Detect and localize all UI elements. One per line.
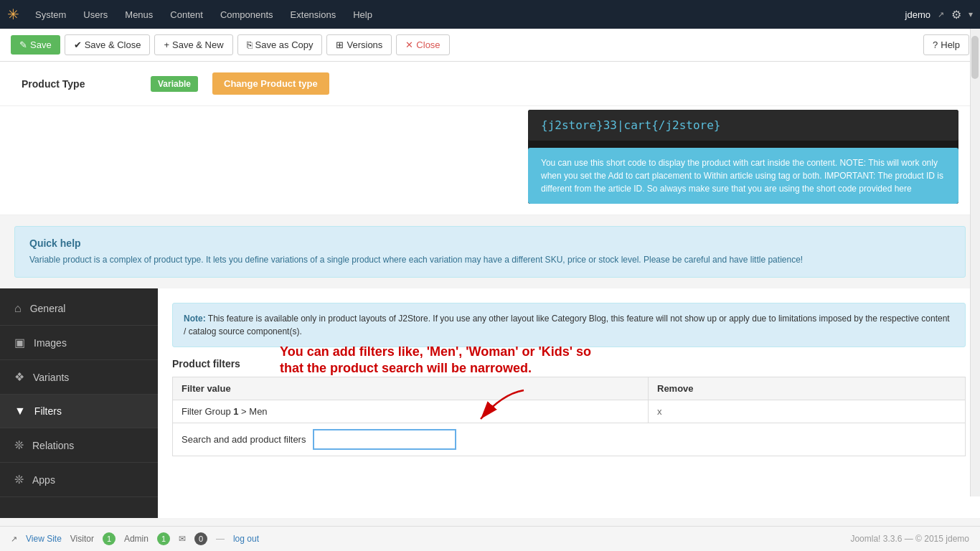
nav-menus[interactable]: Menus xyxy=(118,5,160,24)
versions-label: Versions xyxy=(347,39,382,50)
sidebar-label-relations: Relations xyxy=(32,440,74,451)
content-area: Product Type Variable Change Product typ… xyxy=(0,62,980,518)
annotation-arrow xyxy=(473,387,531,432)
sidebar-label-images: Images xyxy=(34,337,67,349)
joomla-version: Joomla! 3.3.6 — © 2015 jdemo xyxy=(850,534,969,540)
footer-left: ↗ View Site Visitor 1 Admin 1 ✉ 0 — log … xyxy=(11,532,259,540)
save-new-button[interactable]: + Save & New xyxy=(154,34,232,55)
nav-users[interactable]: Users xyxy=(76,5,115,24)
sidebar-label-general: General xyxy=(30,303,66,314)
search-filter-row: Search and add product filters xyxy=(173,423,966,456)
quick-help-text: Variable product is a complex of product… xyxy=(29,253,951,266)
sidebar: ⌂ General ▣ Images ❖ Variants ▼ Filters … xyxy=(0,288,158,518)
settings-dropdown-icon[interactable]: ▾ xyxy=(969,9,973,19)
nav-components[interactable]: Components xyxy=(213,5,281,24)
save-copy-label: Save as Copy xyxy=(255,39,314,50)
plus-icon: + xyxy=(164,39,169,50)
versions-icon: ⊞ xyxy=(336,39,344,50)
relations-icon: ❊ xyxy=(14,438,24,452)
save-button[interactable]: ✎ Save xyxy=(11,35,60,55)
top-nav: ✳ System Users Menus Content Components … xyxy=(0,0,980,29)
search-filter-label: Search and add product filters xyxy=(182,434,306,445)
visitor-badge: 1 xyxy=(103,532,116,540)
sidebar-label-variants: Variants xyxy=(33,372,69,383)
versions-button[interactable]: ⊞ Versions xyxy=(326,34,392,55)
settings-icon[interactable]: ⚙ xyxy=(951,8,961,22)
close-icon: ✕ xyxy=(405,39,413,50)
change-product-type-button[interactable]: Change Product type xyxy=(212,72,329,95)
col-filter-value: Filter value xyxy=(173,377,649,400)
search-filter-cell: Search and add product filters xyxy=(173,423,966,456)
nav-right: jdemo ↗ ⚙ ▾ xyxy=(905,8,973,22)
copy-icon: ⎘ xyxy=(247,39,253,50)
note-text: This feature is available only in produc… xyxy=(184,314,950,336)
shortcode-display: {j2store}33|cart{/j2store} xyxy=(528,110,958,141)
mail-icon: ✉ xyxy=(179,534,186,540)
two-col-layout: ⌂ General ▣ Images ❖ Variants ▼ Filters … xyxy=(0,288,980,518)
user-name[interactable]: jdemo xyxy=(905,9,930,20)
save-copy-button[interactable]: ⎘ Save as Copy xyxy=(237,34,323,55)
variants-icon: ❖ xyxy=(14,370,24,384)
joomla-logo: ✳ xyxy=(7,6,19,23)
apps-icon: ❊ xyxy=(14,473,24,486)
sidebar-item-filters[interactable]: ▼ Filters xyxy=(0,395,158,428)
sidebar-item-relations[interactable]: ❊ Relations xyxy=(0,428,158,463)
nav-system[interactable]: System xyxy=(28,5,73,24)
shortcode-section: {j2store}33|cart{/j2store} You can use t… xyxy=(0,106,980,215)
filter-row: Filter Group 1 > Men x xyxy=(173,400,966,423)
sidebar-item-variants[interactable]: ❖ Variants xyxy=(0,360,158,395)
logout-link[interactable]: log out xyxy=(233,534,259,540)
remove-x-button[interactable]: x xyxy=(657,406,662,417)
save-new-label: Save & New xyxy=(172,39,224,50)
col-remove: Remove xyxy=(649,377,966,400)
variable-badge: Variable xyxy=(151,76,198,92)
product-type-badge: Variable xyxy=(151,78,198,89)
filters-table: Filter value Remove Filter Group 1 > Men xyxy=(172,377,966,456)
nav-extensions[interactable]: Extensions xyxy=(283,5,344,24)
visitor-label: Visitor xyxy=(70,534,94,540)
sidebar-item-apps[interactable]: ❊ Apps xyxy=(0,463,158,497)
help-icon: ? xyxy=(933,39,938,50)
scrollbar[interactable] xyxy=(970,29,980,496)
help-button[interactable]: ? Help xyxy=(923,34,969,55)
filters-note: Note: This feature is available only in … xyxy=(172,303,966,347)
close-button[interactable]: ✕ Close xyxy=(396,34,449,55)
save-close-label: Save & Close xyxy=(85,39,141,50)
quick-help-title: Quick help xyxy=(29,237,951,249)
filter-value-text: Filter Group 1 > Men xyxy=(182,406,268,417)
divider-line: — xyxy=(216,534,225,540)
save-label: Save xyxy=(30,39,52,50)
view-site-icon: ↗ xyxy=(11,534,17,540)
help-label: Help xyxy=(941,39,960,50)
footer: ↗ View Site Visitor 1 Admin 1 ✉ 0 — log … xyxy=(0,526,980,540)
save-icon: ✎ xyxy=(19,39,27,50)
external-link-icon: ↗ xyxy=(938,10,944,19)
scrollbar-thumb[interactable] xyxy=(971,36,979,79)
search-filter-input[interactable] xyxy=(313,429,456,450)
annotation-area: You can add filters like, 'Men', 'Woman'… xyxy=(172,358,966,456)
quick-help-section: Quick help Variable product is a complex… xyxy=(14,226,966,278)
filters-icon: ▼ xyxy=(14,405,26,418)
nav-help[interactable]: Help xyxy=(346,5,380,24)
product-type-row: Product Type Variable Change Product typ… xyxy=(0,62,980,106)
nav-left: ✳ System Users Menus Content Components … xyxy=(7,5,380,24)
save-close-button[interactable]: ✔ Save & Close xyxy=(65,34,151,55)
remove-cell: x xyxy=(649,400,966,423)
product-type-label: Product Type xyxy=(22,78,151,90)
home-icon: ⌂ xyxy=(14,302,22,315)
sidebar-item-general[interactable]: ⌂ General xyxy=(0,292,158,326)
check-icon: ✔ xyxy=(74,39,82,50)
toolbar: ✎ Save ✔ Save & Close + Save & New ⎘ Sav… xyxy=(0,29,980,62)
shortcode-info: You can use this short code to display t… xyxy=(528,148,958,204)
annotation-text: You can add filters like, 'Men', 'Woman'… xyxy=(280,344,603,377)
view-site-link[interactable]: View Site xyxy=(26,534,62,540)
admin-badge: 1 xyxy=(157,532,170,540)
footer-right: Joomla! 3.3.6 — © 2015 jdemo xyxy=(850,534,969,540)
sidebar-item-images[interactable]: ▣ Images xyxy=(0,326,158,360)
images-icon: ▣ xyxy=(14,336,25,349)
close-label: Close xyxy=(416,39,440,50)
toolbar-right: ? Help xyxy=(923,34,969,55)
messages-badge: 0 xyxy=(194,532,207,540)
nav-content[interactable]: Content xyxy=(163,5,210,24)
filter-value-cell: Filter Group 1 > Men xyxy=(173,400,649,423)
